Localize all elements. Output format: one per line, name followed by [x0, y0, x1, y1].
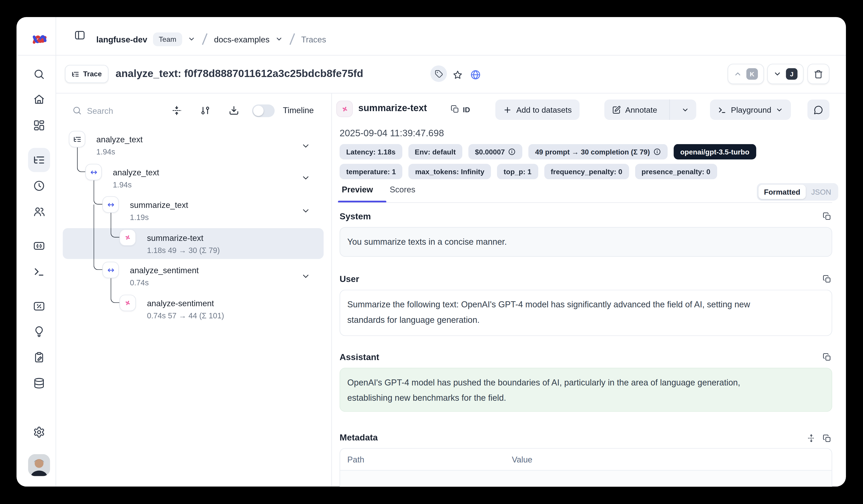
row-chevron-down-icon[interactable]: [301, 173, 311, 182]
tab-scores[interactable]: Scores: [390, 185, 415, 194]
delete-trace-button[interactable]: [808, 64, 829, 84]
download-icon[interactable]: [228, 105, 239, 116]
sidebar-users-icon[interactable]: [33, 206, 45, 218]
max-tokens-badge: max_tokens: Infinity: [409, 164, 491, 179]
add-to-datasets-button[interactable]: Add to datasets: [495, 100, 579, 120]
trace-type-chip[interactable]: Trace: [65, 65, 108, 83]
chevron-down-icon: [773, 70, 781, 78]
tree-row-label[interactable]: analyze_text: [97, 135, 143, 145]
generation-node-icon[interactable]: [119, 295, 136, 311]
system-message-box: You summarize texts in a concise manner.: [340, 227, 832, 257]
metadata-table-header: Path Value: [340, 449, 831, 470]
bookmark-star-button[interactable]: [452, 68, 466, 81]
tree-row-duration: 1.94s: [113, 180, 132, 190]
tree-row-label[interactable]: summarize-text: [147, 233, 203, 243]
generation-type-icon: [336, 101, 353, 117]
info-icon: [653, 148, 661, 156]
row-chevron-down-icon[interactable]: [301, 206, 311, 216]
cost-badge[interactable]: $0.00007: [468, 144, 523, 160]
format-json-option[interactable]: JSON: [806, 188, 837, 196]
breadcrumb-project[interactable]: docs-examples: [214, 34, 270, 44]
sidebar-playground-icon[interactable]: [33, 266, 45, 278]
user-message-line: standards for language generation.: [347, 312, 824, 328]
project-chevron-down-icon[interactable]: [275, 35, 283, 43]
row-chevron-down-icon[interactable]: [301, 141, 311, 151]
system-message-text: You summarize texts in a concise manner.: [347, 234, 824, 250]
model-badge[interactable]: openai/gpt-3.5-turbo: [674, 144, 756, 160]
expand-vertical-icon[interactable]: [807, 434, 816, 442]
add-to-datasets-label: Add to datasets: [516, 105, 572, 114]
langfuse-logo-icon: [30, 29, 48, 48]
annotate-button[interactable]: Annotate: [604, 100, 665, 120]
tree-row-label[interactable]: analyze-sentiment: [147, 299, 214, 309]
id-label[interactable]: ID: [463, 105, 470, 114]
tab-preview[interactable]: Preview: [342, 185, 373, 194]
next-item-button[interactable]: J: [767, 64, 804, 84]
copy-icon[interactable]: [822, 212, 832, 221]
span-node-icon[interactable]: [102, 262, 119, 278]
divider: [338, 202, 832, 203]
tree-row-duration: 1.19s: [130, 212, 149, 222]
user-avatar[interactable]: [28, 454, 50, 476]
breadcrumb-slash: [289, 33, 295, 45]
sidebar-sessions-icon[interactable]: [33, 180, 45, 192]
tree-row-label[interactable]: analyze_text: [113, 168, 159, 178]
public-globe-button[interactable]: [470, 68, 483, 81]
annotate-split-button[interactable]: Annotate: [604, 100, 696, 120]
breadcrumb-slash: [202, 33, 208, 45]
copy-icon[interactable]: [822, 274, 832, 284]
collapse-all-icon[interactable]: [171, 105, 182, 116]
org-chevron-down-icon[interactable]: [188, 35, 196, 43]
span-node-icon[interactable]: [85, 164, 102, 180]
row-chevron-down-icon[interactable]: [301, 272, 311, 281]
prev-item-button[interactable]: K: [728, 64, 764, 84]
section-system-label: System: [340, 212, 371, 222]
org-name[interactable]: langfuse-dev: [97, 34, 147, 44]
sidebar-datasets-icon[interactable]: [33, 377, 45, 389]
tree-connector: [111, 278, 119, 303]
sidebar-search-icon[interactable]: [33, 68, 45, 80]
generation-node-icon[interactable]: [119, 229, 136, 246]
tree-row-detail: 0.74s 57 → 44 (Σ 101): [147, 311, 224, 321]
copy-icon[interactable]: [822, 352, 832, 362]
trace-title: analyze_text: f0f78d8887011612a3c25bdcb8…: [115, 67, 363, 80]
chevron-down-icon: [776, 106, 783, 113]
tree-row-label[interactable]: summarize_text: [130, 200, 188, 210]
sidebar-settings-icon[interactable]: [33, 426, 45, 438]
section-assistant-label: Assistant: [340, 352, 379, 362]
trace-node-icon[interactable]: [69, 131, 85, 147]
sidebar-prompts-icon[interactable]: [33, 240, 45, 252]
breadcrumb-section[interactable]: Traces: [301, 34, 326, 44]
sidebar-toggle-button[interactable]: [74, 29, 93, 49]
divider: [16, 55, 846, 55]
metadata-col-path: Path: [340, 452, 512, 467]
search-input[interactable]: Search: [87, 106, 113, 116]
tag-button[interactable]: [430, 65, 447, 82]
tree-row-label[interactable]: analyze_sentiment: [130, 266, 199, 275]
terminal-icon: [717, 105, 726, 114]
timeline-toggle[interactable]: [252, 104, 275, 117]
trace-type-label: Trace: [83, 70, 102, 78]
copy-icon[interactable]: [822, 434, 832, 443]
sidebar-tracing-icon[interactable]: [33, 154, 45, 166]
view-settings-icon[interactable]: [200, 105, 211, 116]
observation-timestamp: 2025-09-04 11:39:47.698: [340, 128, 444, 139]
playground-button[interactable]: Playground: [710, 100, 791, 120]
sidebar-annotation-icon[interactable]: [33, 351, 45, 363]
sidebar-home-icon[interactable]: [33, 93, 45, 105]
tree-connector: [111, 213, 119, 237]
env-badge: Env: default: [408, 144, 462, 160]
sidebar-insights-icon[interactable]: [33, 325, 45, 338]
sidebar-dashboards-icon[interactable]: [33, 119, 45, 131]
comments-button[interactable]: [808, 100, 829, 120]
copy-id-icon[interactable]: [450, 104, 460, 114]
span-node-icon[interactable]: [102, 196, 119, 212]
tokens-badge[interactable]: 49 prompt → 30 completion (Σ 79): [529, 144, 668, 160]
sidebar-scores-icon[interactable]: [33, 300, 45, 312]
annotate-dropdown-button[interactable]: [674, 100, 696, 120]
metadata-table-body: [340, 470, 831, 487]
assistant-message-box: OpenAI's GPT-4 model has pushed the boun…: [340, 368, 832, 412]
format-toggle[interactable]: Formatted JSON: [757, 183, 838, 201]
latency-badge: Latency: 1.18s: [340, 144, 402, 160]
format-formatted-option[interactable]: Formatted: [759, 185, 806, 199]
